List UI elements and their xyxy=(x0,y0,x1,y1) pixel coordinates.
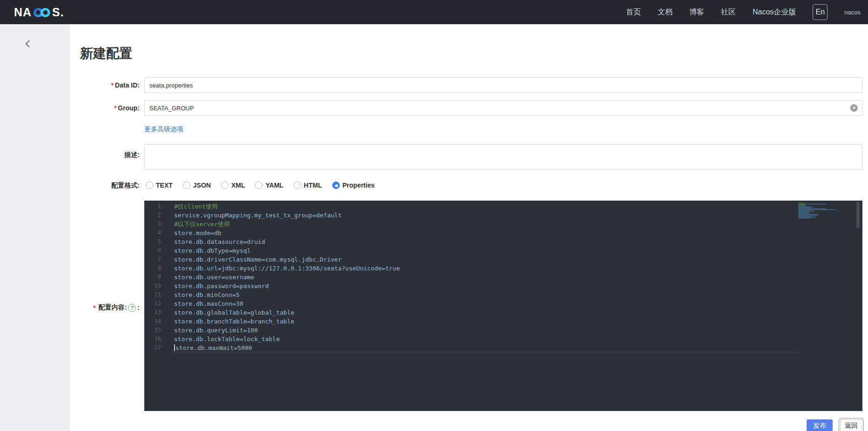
radio-icon xyxy=(183,182,190,189)
username-menu[interactable]: nacos xyxy=(844,9,861,16)
format-radio-yaml[interactable]: YAML xyxy=(255,182,283,189)
advanced-options-link[interactable]: 更多高级选项 xyxy=(144,125,183,133)
help-icon[interactable]: ? xyxy=(128,304,136,312)
content-row: *配置内容: ? : 1#仅client使用 2service.vgroupMa… xyxy=(70,201,862,411)
nacos-logo[interactable]: NA S. xyxy=(14,6,64,19)
format-radio-group: TEXT JSON XML YAML xyxy=(144,182,375,189)
nav-link-enterprise[interactable]: Nacos企业版 xyxy=(753,7,796,17)
format-label: 配置格式: xyxy=(70,181,144,190)
sidebar xyxy=(0,24,70,431)
editor-line: 11store.db.minConn=5 xyxy=(144,290,862,299)
data-id-row: *Data ID: xyxy=(70,77,862,93)
group-label: *Group: xyxy=(70,100,144,116)
new-config-page: 新建配置 *Data ID: *Group: ✕ 更多高级选项 xyxy=(70,24,868,431)
format-radio-properties[interactable]: Properties xyxy=(332,182,375,189)
clear-group-icon[interactable]: ✕ xyxy=(850,104,858,112)
return-button[interactable]: 返回 xyxy=(840,419,862,431)
data-id-input[interactable] xyxy=(144,77,862,93)
format-row: 配置格式: TEXT JSON XML xyxy=(70,181,862,190)
editor-lines: 1#仅client使用 2service.vgroupMapping.my_te… xyxy=(144,201,862,352)
form-actions: 发布 返回 xyxy=(70,419,862,431)
radio-icon xyxy=(255,182,262,189)
editor-line: 12store.db.maxConn=30 xyxy=(144,299,862,308)
required-mark: * xyxy=(111,81,114,89)
content-label: *配置内容: ? : xyxy=(70,201,144,411)
format-radio-json[interactable]: JSON xyxy=(183,182,211,189)
config-form: *Data ID: *Group: ✕ 更多高级选项 描述: xyxy=(70,77,862,431)
back-button[interactable] xyxy=(22,38,34,49)
nav-link-docs[interactable]: 文档 xyxy=(658,7,673,17)
required-mark: * xyxy=(93,304,95,311)
navbar-menu: 首页 文档 博客 社区 Nacos企业版 En nacos xyxy=(626,4,861,20)
editor-line-active: 17store.db.maxWait=5000 xyxy=(144,343,862,352)
description-row: 描述: xyxy=(70,144,862,172)
chevron-left-icon xyxy=(24,39,32,48)
editor-line: 5store.db.datasource=druid xyxy=(144,237,862,246)
editor-line: 15store.db.queryLimit=100 xyxy=(144,326,862,335)
description-label: 描述: xyxy=(70,144,144,172)
radio-icon xyxy=(221,182,229,189)
format-radio-xml[interactable]: XML xyxy=(221,182,245,189)
radio-selected-icon xyxy=(332,182,340,189)
infinity-icon xyxy=(32,7,52,18)
text-cursor xyxy=(174,344,175,351)
logo-text-prefix: NA xyxy=(14,6,32,19)
group-row: *Group: ✕ xyxy=(70,100,862,116)
description-textarea[interactable] xyxy=(144,144,862,170)
editor-line: 3#以下仅server使用 xyxy=(144,220,862,229)
logo-text-suffix: S. xyxy=(52,6,64,19)
radio-icon xyxy=(294,182,301,189)
advanced-options-row: 更多高级选项 xyxy=(70,125,862,133)
editor-line: 9store.db.user=username xyxy=(144,273,862,282)
nav-link-home[interactable]: 首页 xyxy=(626,7,641,17)
navbar: NA S. 首页 文档 博客 社区 Nacos企业版 En nacos xyxy=(0,0,868,24)
page-title: 新建配置 xyxy=(80,46,868,61)
editor-line: 4store.mode=db xyxy=(144,229,862,237)
editor-line: 16store.db.lockTable=lock_table xyxy=(144,335,862,343)
nav-link-blog[interactable]: 博客 xyxy=(689,7,704,17)
required-mark: * xyxy=(114,104,116,112)
editor-minimap[interactable] xyxy=(798,203,836,219)
editor-line: 14store.db.branchTable=branch_table xyxy=(144,317,862,326)
editor-line: 2service.vgroupMapping.my_test_tx_group=… xyxy=(144,211,862,220)
editor-line: 7store.db.driverClassName=com.mysql.jdbc… xyxy=(144,255,862,264)
format-radio-text[interactable]: TEXT xyxy=(146,182,173,189)
config-editor[interactable]: 1#仅client使用 2service.vgroupMapping.my_te… xyxy=(144,201,862,411)
nav-link-community[interactable]: 社区 xyxy=(721,7,736,17)
radio-icon xyxy=(146,182,153,189)
language-toggle[interactable]: En xyxy=(813,4,828,20)
editor-line: 13store.db.globalTable=global_table xyxy=(144,308,862,317)
data-id-label: *Data ID: xyxy=(70,77,144,93)
editor-line: 6store.db.dbType=mysql xyxy=(144,246,862,255)
editor-line: 1#仅client使用 xyxy=(144,202,862,211)
editor-line: 8store.db.url=jdbc:mysql://127.0.0.1:330… xyxy=(144,264,862,273)
editor-line: 10store.db.password=password xyxy=(144,282,862,290)
format-radio-html[interactable]: HTML xyxy=(294,182,322,189)
editor-scrollbar[interactable] xyxy=(856,202,860,228)
group-input[interactable] xyxy=(144,100,862,116)
publish-button[interactable]: 发布 xyxy=(807,419,833,431)
